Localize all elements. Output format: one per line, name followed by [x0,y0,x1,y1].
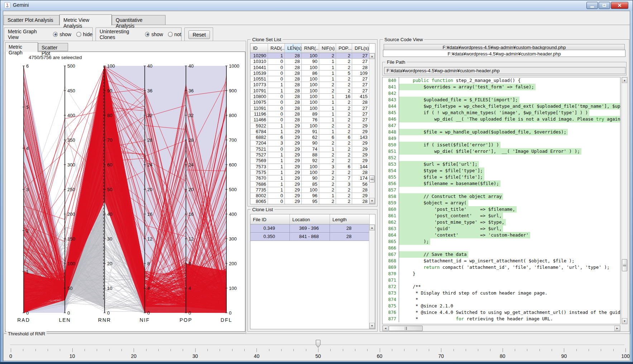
scroll-down-button[interactable]: ▼ [369,198,375,204]
metric-graph-show-radio[interactable] [53,32,58,37]
clone-list-scrollbar[interactable]: ▲ ▼ [369,224,375,329]
column-header-location[interactable]: Location [290,214,330,224]
table-row[interactable]: 7569129922229 [250,158,375,164]
tab-scatter-plot[interactable]: Scatter Plot [38,43,68,51]
table-row[interactable]: 0.350841 - 86828 [250,233,375,241]
scroll-down-button[interactable]: ▼ [622,318,627,324]
scroll-up-button[interactable]: ▲ [622,77,627,83]
minor-tick [613,349,614,351]
code-line: 874 * [383,296,620,303]
table-cell: 100 [302,187,319,193]
table-row[interactable]: 105390288615109 [250,71,375,76]
tab-metric-view-analysis[interactable]: Metric View Analysis [59,14,112,25]
column-header-pop[interactable]: POP... [336,44,352,53]
scroll-left-button[interactable]: ◄ [383,326,388,331]
code-line: 846 wp_die( __( 'The uploaded file is no… [383,116,620,122]
table-cell: 10290 [250,53,268,59]
scrollbar-thumb[interactable] [369,175,375,183]
code-area[interactable]: 840 public function step_2_manage_upload… [382,77,620,324]
table-cell: 29 [285,129,302,135]
column-header-dfls[interactable]: DFL(s) [352,44,369,53]
file-path-field[interactable]: F:¥data¥wordpress-4.5¥wp-admin¥custom-he… [384,67,625,74]
file-button-custom-background[interactable]: F:¥data¥wordpress-4.5¥wp-admin¥custom-ba… [384,44,625,50]
column-header-length[interactable]: Length [330,214,370,224]
slider-thumb[interactable] [316,340,321,348]
table-row[interactable]: 68826296266143 [250,135,375,140]
reset-group: Reset [184,28,213,41]
table-cell: 0 [268,146,285,152]
file-button-custom-header[interactable]: F:¥data¥wordpress-4.5¥wp-admin¥custom-he… [383,50,625,57]
tab-quantitative-analysis[interactable]: Quantitative Analysis [112,15,166,25]
reset-button[interactable]: Reset [188,30,210,39]
table-cell: 56 [352,181,369,187]
tab-metric-graph[interactable]: Metric Graph [5,42,38,52]
table-row[interactable]: 110910281001227 [250,106,375,111]
table-cell: 7204 [250,140,268,146]
column-header-rad[interactable]: RAD(... [268,44,285,53]
column-header-nifs[interactable]: NIF(s) [319,44,336,53]
parallel-coordinates-plot[interactable]: 4750/5756 are seleected 0123456RAD050100… [5,52,245,332]
code-line: 869 return compact( 'attachment_id', 'fi… [383,264,620,271]
table-row[interactable]: 0.349369 - 39628 [250,224,375,233]
line-number: 846 [383,116,399,122]
close-button[interactable]: ✕ [611,2,628,9]
table-cell: 28 [285,82,302,88]
table-cell: 1 [319,117,336,123]
table-row[interactable]: 8065029952228 [250,199,375,204]
table-row[interactable]: 10310028901227 [250,59,375,64]
svg-text:LEN: LEN [59,317,71,323]
column-header-rnr[interactable]: RNR(... [302,44,319,53]
scrollbar-thumb[interactable] [622,259,627,271]
table-row[interactable]: 7204329902229 [250,140,375,146]
table-row[interactable]: 109750281001228 [250,100,375,105]
major-tick [441,348,441,352]
parallel-coordinates-svg: 0123456RAD050100150200250300350400450500… [5,54,245,332]
tick-label: 0 [9,353,12,359]
minimize-button[interactable] [586,2,598,9]
table-row[interactable]: 107731281002227 [250,82,375,88]
table-row[interactable]: 757312910036144 [250,164,375,170]
table-row[interactable]: 8002029961229 [250,193,375,199]
table-row[interactable]: 104410281001228 [250,65,375,71]
clone-set-scrollbar[interactable]: ▲ ▼ [369,53,375,204]
table-cell: 0.349 [250,224,290,233]
table-row[interactable]: 10800028100116415 [250,94,375,100]
scroll-up-button[interactable]: ▲ [369,225,375,230]
column-header-id[interactable]: ID [250,44,268,53]
table-row[interactable]: 59221291002229 [250,123,375,129]
table-row[interactable]: 105510281001227 [250,76,375,82]
tab-scatter-plot-analysis[interactable]: Scatter Plot Analysis [4,15,59,25]
table-row[interactable]: 11196028891227 [250,111,375,117]
table-row[interactable]: 7686129852356 [250,181,375,187]
table-row[interactable]: 7521029741229 [250,146,375,152]
table-row[interactable]: 107911281002227 [250,88,375,94]
uninteresting-not-radio[interactable] [168,32,172,37]
code-vertical-scrollbar[interactable]: ▲ ▼ [622,77,628,324]
scroll-right-button[interactable]: ► [614,326,620,331]
scrollbar-thumb[interactable] [389,326,423,331]
svg-text:12: 12 [147,236,152,242]
table-row[interactable]: 76701299027174 [250,175,375,181]
metric-graph-hide-radio[interactable] [76,32,81,37]
table-row[interactable]: 75751291002228 [250,170,375,175]
line-number: 845 [383,110,399,116]
maximize-button[interactable] [599,2,610,9]
table-row[interactable]: 102901281002227 [250,53,375,59]
code-text: $uploaded_file = $_FILES['import']; [399,97,519,103]
table-row[interactable]: 6784129911229 [250,129,375,135]
table-row[interactable]: 11466028761227 [250,117,375,123]
code-horizontal-scrollbar[interactable]: ◄ ► [382,325,620,331]
scroll-up-button[interactable]: ▲ [369,53,375,59]
table-cell: 28 [352,100,369,105]
column-header-lens[interactable]: LEN(s)▲ [285,44,302,53]
line-number: 869 [383,264,399,271]
svg-text:0: 0 [67,310,70,316]
code-text: 'post_mime_type' => $type, [399,219,506,225]
table-row[interactable]: 77351291002228 [250,187,375,193]
table-row[interactable]: 7527129882229 [250,152,375,158]
column-header-file-id[interactable]: File ID [250,214,290,224]
scroll-down-button[interactable]: ▼ [369,323,375,329]
uninteresting-show-radio[interactable] [145,32,149,37]
line-number: 873 [383,290,399,296]
code-text: $url = $file['url']; [399,161,479,168]
